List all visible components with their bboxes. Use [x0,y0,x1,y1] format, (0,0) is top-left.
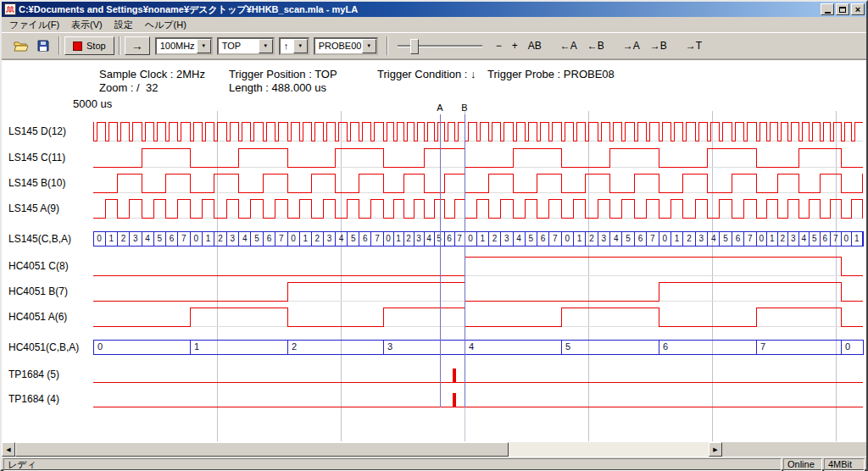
save-button[interactable] [32,36,54,56]
svg-text:1: 1 [206,234,211,243]
svg-text:7: 7 [181,234,186,243]
scrollbar-spacer [722,442,866,457]
window-title: C:¥Documents and Settings¥noname¥デスクトップ¥… [19,3,821,16]
scrollbar-thumb[interactable] [15,442,509,457]
close-icon: × [855,5,860,14]
svg-text:6: 6 [541,234,546,243]
svg-text:4: 4 [469,341,474,352]
waveform-plot[interactable]: 0123456701234567012345670123456701234567… [2,60,866,442]
slider-handle[interactable] [410,39,419,54]
toolbar-separator [119,36,120,55]
svg-text:7: 7 [279,234,284,243]
svg-text:4: 4 [426,234,431,243]
svg-text:3: 3 [699,234,704,243]
maximize-button[interactable] [836,3,849,15]
svg-text:6: 6 [736,234,741,243]
menu-file[interactable]: ファイル(F) [3,17,65,33]
svg-text:5: 5 [529,234,534,243]
goto-marker-b-button[interactable]: ←B [582,36,609,55]
app-icon [4,3,16,15]
svg-text:5: 5 [812,234,817,243]
svg-text:6: 6 [170,234,175,243]
trigger-edge-select[interactable]: ↑ ▼ [279,37,309,55]
svg-text:2: 2 [121,234,126,243]
probe-value: PROBE00 [315,41,362,51]
goto-trigger-button[interactable]: →T [681,36,707,55]
toolbar-separator [387,36,388,55]
chevron-down-icon[interactable]: ▼ [197,39,211,53]
svg-text:7: 7 [375,234,380,243]
status-ready: レディ [3,458,782,471]
svg-text:7: 7 [457,234,462,243]
menu-settings[interactable]: 設定 [108,17,139,33]
chevron-down-icon[interactable]: ▼ [362,39,376,53]
svg-text:0: 0 [468,234,473,243]
svg-text:3: 3 [602,234,607,243]
title-bar[interactable]: C:¥Documents and Settings¥noname¥デスクトップ¥… [2,2,866,17]
svg-text:0: 0 [97,341,103,352]
svg-text:5: 5 [254,234,259,243]
svg-text:7: 7 [748,234,753,243]
status-memory: 4MBit [824,458,865,471]
svg-text:5: 5 [351,234,356,243]
svg-text:4: 4 [614,234,619,243]
svg-text:1: 1 [770,234,775,243]
svg-text:2: 2 [406,234,411,243]
scroll-right-button[interactable]: ▶ [709,442,722,457]
svg-text:1: 1 [854,234,860,243]
svg-text:2: 2 [687,234,692,243]
trigger-edge-value: ↑ [281,41,293,51]
svg-text:2: 2 [492,234,498,243]
move-marker-b-button[interactable]: →B [645,36,672,55]
sample-rate-value: 100MHz [157,41,197,51]
svg-text:0: 0 [845,341,850,352]
svg-text:1: 1 [577,234,582,243]
svg-text:0: 0 [565,234,570,243]
stop-icon [73,42,82,51]
app-window: C:¥Documents and Settings¥noname¥デスクトップ¥… [0,0,868,471]
waveform-area: Sample Clock : 2MHz Trigger Position : T… [2,59,866,442]
svg-text:4: 4 [145,234,150,243]
svg-text:2: 2 [218,234,223,243]
single-run-button[interactable]: → [125,36,150,55]
minimize-button[interactable] [821,3,834,15]
svg-text:1: 1 [194,341,199,352]
chevron-down-icon[interactable]: ▼ [259,39,273,53]
chevron-down-icon[interactable]: ▼ [293,39,308,53]
status-online: Online [783,458,822,471]
trigger-position-select[interactable]: TOP ▼ [217,37,275,55]
svg-text:4: 4 [339,234,344,243]
scroll-left-button[interactable]: ◀ [2,442,15,457]
close-button[interactable]: × [851,3,865,15]
zoom-out-button[interactable]: − [491,36,507,55]
svg-text:0: 0 [386,234,391,243]
sample-rate-select[interactable]: 100MHz ▼ [155,37,213,55]
scrollbar-track[interactable] [509,442,709,457]
svg-text:2: 2 [589,234,594,243]
svg-text:3: 3 [231,234,236,243]
menu-view[interactable]: 表示(V) [65,17,108,33]
probe-select[interactable]: PROBE00 ▼ [314,37,378,55]
maximize-icon [839,7,846,13]
svg-text:1: 1 [675,234,680,243]
menu-bar: ファイル(F) 表示(V) 設定 ヘルプ(H) [2,17,866,32]
move-marker-a-button[interactable]: →A [618,36,645,55]
open-folder-icon [14,41,29,52]
svg-text:0: 0 [662,234,667,243]
svg-text:3: 3 [387,341,392,352]
svg-text:7: 7 [760,341,765,352]
ab-button[interactable]: AB [523,36,547,55]
zoom-slider[interactable] [398,37,482,55]
zoom-in-button[interactable]: + [507,36,523,55]
open-file-button[interactable] [10,36,32,56]
svg-text:5: 5 [158,234,163,243]
right-arrow-icon: ▶ [713,446,717,453]
stop-button[interactable]: Stop [64,36,114,55]
menu-help[interactable]: ヘルプ(H) [139,17,192,33]
status-bar: レディ Online 4MBit [2,457,866,471]
horizontal-scrollbar[interactable]: ◀ ▶ [2,442,722,457]
goto-marker-a-button[interactable]: ←A [555,36,582,55]
svg-text:4: 4 [711,234,716,243]
svg-text:0: 0 [97,234,102,243]
svg-text:7: 7 [833,234,838,243]
